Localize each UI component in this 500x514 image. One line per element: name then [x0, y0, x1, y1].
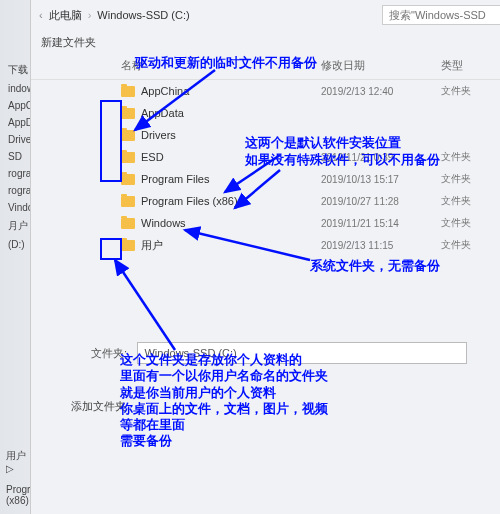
- explorer-window: ‹ 此电脑 › Windows-SSD (C:) 新建文件夹 名称 修改日期 类…: [30, 0, 500, 514]
- item-date: 2019/2/13 11:15: [321, 240, 441, 251]
- path-label: 文件夹:: [91, 346, 133, 361]
- list-item[interactable]: Program Files2019/10/13 15:17文件夹: [31, 168, 500, 190]
- path-field: 文件夹:: [91, 342, 481, 364]
- col-name[interactable]: 名称: [121, 58, 321, 73]
- item-date: 2019/11/21 15:14: [321, 218, 441, 229]
- address-bar: ‹ 此电脑 › Windows-SSD (C:): [31, 0, 500, 30]
- list-item[interactable]: Windows2019/11/21 15:14文件夹: [31, 212, 500, 234]
- file-list: AppChina2019/2/13 12:40文件夹 AppData Drive…: [31, 80, 500, 256]
- folder-icon: [121, 174, 135, 185]
- folder-icon: [121, 240, 135, 251]
- item-type: 文件夹: [441, 150, 491, 164]
- crumb-drive[interactable]: Windows-SSD (C:): [97, 9, 189, 21]
- folder-icon: [121, 218, 135, 229]
- item-name: 用户: [141, 238, 321, 253]
- list-item[interactable]: 用户2019/2/13 11:15文件夹: [31, 234, 500, 256]
- crumb-root[interactable]: 此电脑: [49, 8, 82, 23]
- folder-icon: [121, 130, 135, 141]
- item-name: AppChina: [141, 85, 321, 97]
- item-type: 文件夹: [441, 216, 491, 230]
- path-input[interactable]: [137, 342, 467, 364]
- col-type[interactable]: 类型: [441, 58, 500, 73]
- item-date: 2019/11/21 0:39: [321, 152, 441, 163]
- toolbar: 新建文件夹: [31, 30, 500, 54]
- search-input[interactable]: [382, 5, 500, 25]
- add-folder-label[interactable]: 添加文件夹: [71, 399, 126, 414]
- chevron-right-icon: ›: [88, 9, 92, 21]
- item-type: 文件夹: [441, 238, 491, 252]
- item-name: Drivers: [141, 129, 321, 141]
- item-name: AppData: [141, 107, 321, 119]
- folder-icon: [121, 196, 135, 207]
- column-headers: 名称 修改日期 类型: [31, 54, 500, 80]
- item-name: Program Files (x86): [141, 195, 321, 207]
- item-type: 文件夹: [441, 84, 491, 98]
- folder-icon: [121, 108, 135, 119]
- list-item[interactable]: AppData: [31, 102, 500, 124]
- col-date[interactable]: 修改日期: [321, 58, 441, 73]
- list-item[interactable]: AppChina2019/2/13 12:40文件夹: [31, 80, 500, 102]
- item-date: 2019/10/27 11:28: [321, 196, 441, 207]
- item-name: Program Files: [141, 173, 321, 185]
- item-date: 2019/2/13 12:40: [321, 86, 441, 97]
- side-user[interactable]: 用户▷: [6, 449, 26, 474]
- list-item[interactable]: Program Files (x86)2019/10/27 11:28文件夹: [31, 190, 500, 212]
- folder-icon: [121, 86, 135, 97]
- item-date: 2019/10/13 15:17: [321, 174, 441, 185]
- item-name: ESD: [141, 151, 321, 163]
- folder-icon: [121, 152, 135, 163]
- item-name: Windows: [141, 217, 321, 229]
- back-icon[interactable]: ‹: [39, 9, 43, 21]
- list-item[interactable]: Drivers: [31, 124, 500, 146]
- item-type: 文件夹: [441, 194, 491, 208]
- new-folder-button[interactable]: 新建文件夹: [41, 35, 96, 50]
- list-item[interactable]: ESD2019/11/21 0:39文件夹: [31, 146, 500, 168]
- item-type: 文件夹: [441, 172, 491, 186]
